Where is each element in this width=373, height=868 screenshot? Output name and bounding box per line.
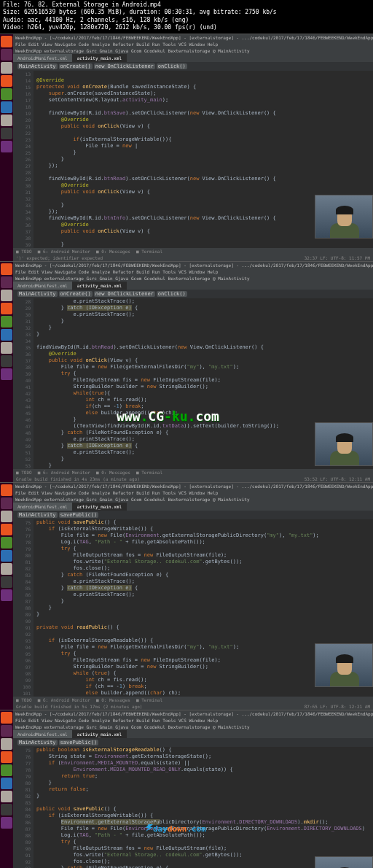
bottom-tool-tabs: ■ TODO■ 6: Android Monitor■ 0: Messages■… [13, 469, 373, 476]
tab-activity[interactable]: activity_main.xml [73, 730, 127, 738]
video-line: Video: h264, yuv420p, 1280x720, 2612 kb/… [3, 24, 370, 31]
tool-tab[interactable]: ■ Terminal [136, 249, 162, 254]
editor-tabs: AndroidManifest.xml activity_main.xml [13, 54, 373, 62]
window-title: WeekEndApp - [~/codekul/2017/feb/17/1846… [13, 262, 373, 268]
size-line: Size: 629516539 bytes (600.35 MiB), dura… [3, 9, 370, 16]
ide-pane: WeekEndApp - [~/codekul/2017/feb/17/1846… [0, 261, 373, 482]
status-right: 53:52 LF: UTF-8: 12:11 AM [305, 476, 370, 481]
tool-tab[interactable]: ■ TODO [16, 470, 32, 475]
breadcrumb-item[interactable]: onClick() [157, 63, 187, 69]
status-left: Gradle build finished in 5s 17ms (2 minu… [16, 704, 142, 709]
nav-toolbar[interactable]: WeekEndApp externalstorage Gsrc Gmain Gj… [13, 275, 373, 282]
gutter: 1314151617181920212223242526272829303132… [13, 71, 34, 248]
breadcrumb-item[interactable]: new OnClickListener [94, 291, 155, 297]
bottom-tool-tabs: ■ TODO■ 6: Android Monitor■ 0: Messages■… [13, 248, 373, 255]
gutter: 7576777879808182838485868788899091929394… [13, 747, 34, 868]
menu-bar[interactable]: File Edit View Navigate Code Analyze Ref… [13, 41, 373, 47]
nav-toolbar[interactable]: WeekEndApp externalstorage Gsrc Gmain Gj… [13, 496, 373, 503]
tab-manifest[interactable]: AndroidManifest.xml [13, 730, 73, 738]
breadcrumb-item[interactable]: savePublic() [59, 740, 99, 745]
tab-activity[interactable]: activity_main.xml [73, 54, 127, 62]
status-right: 87:65 LF: UTF-8: 12:21 AM [305, 704, 370, 709]
presenter-video [315, 195, 373, 239]
audio-line: Audio: aac, 44100 Hz, 2 channels, s16, 1… [3, 17, 370, 24]
editor-tabs: AndroidManifest.xml activity_main.xml [13, 730, 373, 738]
breadcrumb: MainActivitysavePublic() [13, 511, 373, 519]
file-line: File: 76. 82. External Storage in Androi… [3, 1, 370, 9]
tool-tab[interactable]: ■ Terminal [136, 470, 162, 475]
window-title: WeekEndApp - [~/codekul/2017/feb/17/1846… [13, 710, 373, 717]
tab-manifest[interactable]: AndroidManifest.xml [13, 503, 73, 511]
menu-bar[interactable]: File Edit View Navigate Code Analyze Ref… [13, 717, 373, 724]
bottom-tool-tabs: ■ TODO■ 6: Android Monitor■ 0: Messages■… [13, 697, 373, 703]
tab-manifest[interactable]: AndroidManifest.xml [13, 54, 73, 62]
nav-toolbar[interactable]: WeekEndApp externalstorage Gsrc Gmain Gj… [13, 724, 373, 730]
status-bar: Gradle build finished in 5s 17ms (2 minu… [13, 703, 373, 710]
nav-toolbar[interactable]: WeekEndApp externalstorage Gsrc Gmain Gj… [13, 47, 373, 54]
ide-pane: WeekEndApp - [~/codekul/2017/feb/17/1846… [0, 34, 373, 261]
code-area[interactable]: public boolean isExternalStorageReadable… [34, 747, 373, 868]
breadcrumb-item[interactable]: onCreate() [59, 63, 93, 69]
tool-tab[interactable]: ■ 6: Android Monitor [38, 697, 90, 702]
editor-tabs: AndroidManifest.xml activity_main.xml [13, 503, 373, 511]
tool-tab[interactable]: ■ 6: Android Monitor [38, 249, 90, 254]
editor: 2829303132333435363738394041424344454647… [13, 298, 373, 469]
tool-tab[interactable]: ■ TODO [16, 249, 32, 254]
tool-tab[interactable]: ■ 0: Messages [96, 697, 130, 702]
breadcrumb: MainActivityonCreate()new OnClickListene… [13, 290, 373, 298]
status-left: Gradle build finished in 4s 23ms (a minu… [16, 476, 140, 481]
presenter-video [315, 856, 373, 868]
tool-tab[interactable]: ■ 0: Messages [96, 249, 130, 254]
editor: 1314151617181920212223242526272829303132… [13, 71, 373, 248]
tab-manifest[interactable]: AndroidManifest.xml [13, 282, 73, 290]
breadcrumb-item[interactable]: new OnClickListener [94, 63, 155, 69]
breadcrumb-item[interactable]: onClick() [157, 291, 187, 297]
status-bar: Gradle build finished in 4s 23ms (a minu… [13, 476, 373, 482]
breadcrumb-item[interactable]: onCreate() [59, 291, 93, 297]
breadcrumb: MainActivitysavePublic() [13, 738, 373, 747]
gutter: 7576777879808182838485868788899091929394… [13, 519, 34, 697]
tool-tab[interactable]: ■ Terminal [136, 697, 162, 702]
editor: 7576777879808182838485868788899091929394… [13, 519, 373, 697]
breadcrumb-item[interactable]: MainActivity [17, 512, 58, 518]
breadcrumb-item[interactable]: MainActivity [17, 291, 58, 297]
media-info: File: 76. 82. External Storage in Androi… [0, 0, 373, 34]
tool-tab[interactable]: ■ 0: Messages [96, 470, 130, 475]
tab-activity[interactable]: activity_main.xml [73, 282, 127, 290]
menu-bar[interactable]: File Edit View Navigate Code Analyze Ref… [13, 268, 373, 275]
ide-pane: WeekEndApp - [~/codekul/2017/feb/17/1846… [0, 482, 373, 710]
status-bar: ')' expected; identifier expected 32:37 … [13, 255, 373, 261]
editor: 7576777879808182838485868788899091929394… [13, 747, 373, 868]
window-title: WeekEndApp - [~/codekul/2017/feb/17/1846… [13, 483, 373, 489]
breadcrumb-item[interactable]: MainActivity [17, 740, 58, 745]
gutter: 2829303132333435363738394041424344454647… [13, 298, 34, 469]
window-title: WeekEndApp - [~/codekul/2017/feb/17/1846… [13, 34, 373, 41]
breadcrumb-item[interactable]: savePublic() [59, 512, 99, 518]
status-right: 32:37 LF: UTF-8: 11:57 PM [305, 255, 370, 260]
ide-pane: WeekEndApp - [~/codekul/2017/feb/17/1846… [0, 710, 373, 868]
breadcrumb: MainActivityonCreate()new OnClickListene… [13, 62, 373, 71]
presenter-video [315, 643, 373, 687]
editor-tabs: AndroidManifest.xml activity_main.xml [13, 282, 373, 290]
tab-activity[interactable]: activity_main.xml [73, 503, 127, 511]
presenter-video [315, 422, 373, 466]
tool-tab[interactable]: ■ 6: Android Monitor [38, 470, 90, 475]
tool-tab[interactable]: ■ TODO [16, 697, 32, 702]
status-left: ')' expected; identifier expected [16, 255, 103, 260]
menu-bar[interactable]: File Edit View Navigate Code Analyze Ref… [13, 489, 373, 496]
breadcrumb-item[interactable]: MainActivity [17, 63, 58, 69]
